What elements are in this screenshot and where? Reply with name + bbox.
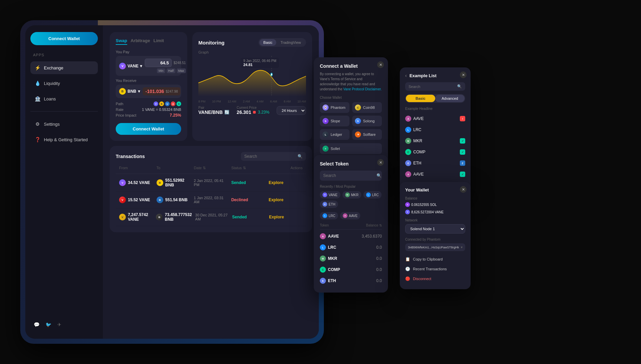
- tab-arbitrage[interactable]: Arbitrage: [131, 38, 150, 45]
- list-item[interactable]: M MKR ✓: [405, 135, 465, 147]
- sidebar-item-settings[interactable]: ⚙ Settings: [30, 118, 98, 130]
- yw-addr-chevron[interactable]: ▾: [461, 245, 463, 249]
- connect-wallet-close[interactable]: ✕: [377, 61, 384, 68]
- list-item[interactable]: A AAVE ✓: [405, 169, 465, 180]
- el-back-button[interactable]: ‹: [405, 73, 407, 78]
- disconnect-label: Disconnect: [413, 277, 431, 281]
- example-list-close[interactable]: ✕: [460, 71, 467, 78]
- rate-label: Rate: [116, 108, 123, 112]
- wallet-coin98[interactable]: C Coin98: [352, 102, 382, 113]
- wallet-phantom[interactable]: 👻 Phantom: [320, 102, 350, 113]
- popular-vane-icon: V: [323, 192, 327, 197]
- from-token-chevron: ▾: [140, 64, 142, 68]
- min-button[interactable]: Min: [157, 68, 165, 73]
- list-item[interactable]: E ETH Z: [405, 158, 465, 169]
- recent-transactions[interactable]: 🕐 Recent Transactions: [405, 264, 465, 274]
- tx-to-amount-1: 551.54 BNB: [165, 198, 188, 202]
- list-item[interactable]: A AAVE !: [405, 113, 465, 124]
- phantom-icon: 👻: [323, 104, 329, 111]
- el-search: 🔍: [405, 82, 465, 91]
- sidebar-connect-wallet-button[interactable]: Connect Wallet: [30, 32, 98, 45]
- wallet-ledger[interactable]: L Ledger: [320, 129, 350, 140]
- wallet-slope[interactable]: S Slope: [320, 116, 350, 126]
- example-list-search-input[interactable]: [409, 85, 455, 89]
- vane-balance-item: V 8,626.5272004 VANE: [405, 210, 444, 214]
- popular-token-vane[interactable]: V VANE: [320, 191, 340, 199]
- phantom-label: Phantom: [331, 105, 345, 110]
- from-token-selector[interactable]: V VANE ▾: [119, 63, 142, 69]
- mkr-name: MKR: [328, 256, 337, 261]
- el-aave2-left: A AAVE: [405, 171, 424, 177]
- price-section: Current Price 26.301 3.23%: [237, 106, 270, 115]
- popular-token-eth[interactable]: E ETH: [320, 201, 338, 208]
- cw-link[interactable]: Vane Protocol Disclaimer.: [343, 87, 382, 91]
- toggle-advanced[interactable]: Advanced: [435, 95, 465, 102]
- list-item[interactable]: L LRC: [405, 124, 465, 135]
- time-range-selector[interactable]: 24 Hours: [277, 106, 306, 115]
- to-token-chevron: ▾: [138, 89, 140, 94]
- tx-explore-1[interactable]: Explore: [269, 198, 283, 202]
- select-token-close[interactable]: ✕: [377, 159, 384, 166]
- tx-to-icon-0: B: [157, 179, 163, 186]
- sidebar-item-help[interactable]: ❓ Help & Getting Started: [30, 133, 98, 146]
- twitter-icon[interactable]: 🐦: [46, 322, 52, 329]
- tx-date-value-0: 2 Jan 2022, 05:41 PM: [194, 179, 228, 187]
- to-token-selector[interactable]: B BNB ▾: [119, 88, 140, 95]
- from-amount-input[interactable]: [145, 59, 172, 67]
- view-toggle: Basic TradingView: [258, 38, 306, 47]
- list-item[interactable]: C COMP 0.0: [320, 264, 382, 275]
- path-row: Path V B U A S: [116, 101, 181, 106]
- time-label-6: 8 AM: [284, 100, 291, 103]
- copy-to-clipboard[interactable]: 📋 Copy to Clipboard: [405, 254, 465, 264]
- recent-tx-label: Recent Transactions: [413, 267, 447, 271]
- transactions-search-input[interactable]: [244, 154, 295, 159]
- your-wallet-close[interactable]: ✕: [460, 186, 467, 193]
- popular-token-lrc[interactable]: L LRC: [363, 191, 382, 199]
- sidebar-item-exchange[interactable]: ⚡ Exchange: [30, 61, 98, 74]
- wallet-solflare[interactable]: ☀ Solflare: [352, 129, 382, 140]
- popular-mkr-name: MKR: [351, 193, 359, 197]
- chart-tooltip: 9 Jan 2022, 06:46 PM 24.81: [241, 58, 279, 68]
- discord-icon[interactable]: 💬: [34, 322, 40, 329]
- popular-token-aave[interactable]: A AAVE: [340, 212, 360, 219]
- tab-limit[interactable]: Limit: [154, 38, 164, 45]
- half-button[interactable]: Half: [167, 68, 175, 73]
- wallet-sollet[interactable]: ≡ Sollet: [320, 143, 382, 154]
- max-button[interactable]: Max: [177, 68, 186, 73]
- tab-swap[interactable]: Swap: [116, 38, 127, 45]
- monitoring-header: Monitoring Basic TradingView: [198, 38, 306, 47]
- comp-balance: 0.0: [376, 267, 382, 272]
- network-selector[interactable]: Solend Node 1: [405, 224, 465, 234]
- sidebar-item-liquidity[interactable]: 💧 Liquidity: [30, 77, 98, 90]
- toggle-basic[interactable]: Basic: [406, 95, 435, 102]
- list-item[interactable]: E ETH 0.0: [320, 275, 382, 286]
- view-basic[interactable]: Basic: [259, 39, 277, 46]
- popular-token-mkr[interactable]: M MKR: [342, 191, 361, 199]
- disconnect-action[interactable]: 🔴 Disconnect: [405, 274, 465, 284]
- el-comp-left: C COMP: [405, 149, 425, 155]
- token-search-icon: 🔍: [377, 173, 382, 178]
- comp-name: COMP: [328, 267, 340, 272]
- list-item[interactable]: C COMP ✓: [405, 147, 465, 158]
- clipboard-icon: 📋: [405, 257, 410, 262]
- telegram-icon[interactable]: ✈: [57, 322, 64, 329]
- list-item[interactable]: L LRC 0.0: [320, 242, 382, 253]
- swap-connect-wallet-button[interactable]: Connect Wallet: [116, 123, 181, 135]
- sidebar-item-loans[interactable]: 🏦 Loans: [30, 92, 98, 105]
- popular-aave-icon: A: [343, 213, 347, 218]
- wallet-solong[interactable]: S Solong: [352, 116, 382, 126]
- tx-explore-2[interactable]: Explore: [269, 215, 284, 219]
- token-lrc-left: L LRC: [320, 244, 336, 250]
- balance-col: Balance ⇅: [366, 223, 382, 227]
- tx-to-1: B 551.54 BNB: [157, 196, 191, 203]
- coin98-icon: C: [355, 104, 361, 111]
- comp-icon: C: [320, 267, 326, 273]
- table-row: V 34.52 VANE B 551.52992 BNB 2 Jan 2022,…: [116, 174, 306, 192]
- list-item[interactable]: A AAVE 3,453.6370: [320, 231, 382, 242]
- token-search-input[interactable]: [323, 173, 374, 178]
- list-item[interactable]: M MKR 0.0: [320, 253, 382, 264]
- view-tradingview[interactable]: TradingView: [276, 39, 305, 46]
- popular-token-lrc2[interactable]: L LRC: [320, 212, 338, 219]
- rate-value: 1 VANE = 0.55324 BNB: [142, 108, 181, 112]
- tx-explore-0[interactable]: Explore: [269, 180, 283, 185]
